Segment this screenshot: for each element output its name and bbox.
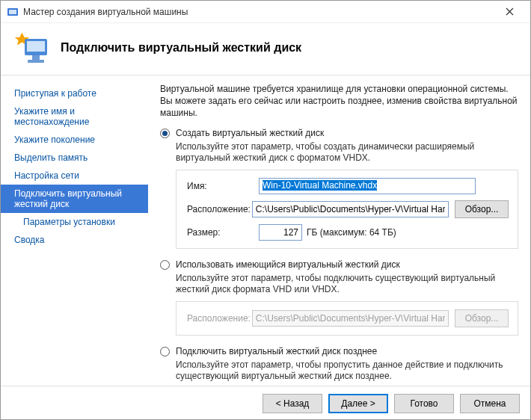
close-button[interactable] — [494, 1, 524, 22]
option-existing-desc: Используйте этот параметр, чтобы подключ… — [176, 273, 518, 295]
size-label: Размер: — [187, 227, 259, 238]
location-label: Расположение: — [187, 204, 252, 214]
intro-text: Виртуальной машине требуется хранилище д… — [160, 83, 518, 119]
existing-location-input — [252, 310, 449, 327]
back-button[interactable]: < Назад — [263, 394, 322, 413]
title-bar: Мастер создания виртуальной машины — [1, 1, 530, 23]
sidebar-item-summary[interactable]: Сводка — [1, 231, 148, 249]
finish-button[interactable]: Готово — [394, 394, 454, 413]
sidebar-item-networking[interactable]: Настройка сети — [1, 167, 148, 185]
name-input[interactable]: Win-10-Virtual Machine.vhdx — [259, 178, 476, 194]
svg-rect-5 — [32, 55, 40, 60]
wizard-content: Виртуальной машине требуется хранилище д… — [148, 75, 530, 386]
sidebar-item-memory[interactable]: Выделить память — [1, 149, 148, 167]
radio-use-existing[interactable] — [160, 260, 170, 270]
browse-button[interactable]: Обзор... — [455, 200, 509, 218]
window-title: Мастер создания виртуальной машины — [23, 7, 494, 17]
wizard-footer: < Назад Далее > Готово Отмена — [1, 386, 530, 420]
svg-rect-4 — [27, 41, 45, 52]
radio-attach-later-label: Подключить виртуальный жесткий диск позд… — [176, 346, 377, 356]
wizard-sidebar: Приступая к работе Укажите имя и местона… — [1, 75, 148, 386]
size-suffix: ГБ (максимум: 64 ТБ) — [307, 227, 396, 238]
sidebar-item-connect-vhd[interactable]: Подключить виртуальный жесткий диск — [1, 185, 148, 213]
radio-attach-later[interactable] — [160, 347, 170, 356]
radio-create-vhd[interactable] — [160, 129, 170, 138]
sidebar-item-generation[interactable]: Укажите поколение — [1, 131, 148, 149]
sidebar-item-name-location[interactable]: Укажите имя и местонахождение — [1, 102, 148, 131]
wizard-header: Подключить виртуальный жесткий диск — [1, 23, 530, 75]
existing-browse-button: Обзор... — [455, 309, 509, 327]
option-later-desc: Используйте этот параметр, чтобы пропуст… — [176, 359, 518, 382]
radio-create-vhd-label: Создать виртуальный жесткий диск — [176, 128, 324, 138]
existing-vhd-form: Расположение: Обзор... — [176, 301, 518, 336]
option-create-desc: Используйте этот параметр, чтобы создать… — [176, 141, 518, 164]
size-input[interactable] — [259, 224, 302, 241]
cancel-button[interactable]: Отмена — [460, 394, 520, 413]
create-vhd-form: Имя: Win-10-Virtual Machine.vhdx Располо… — [176, 170, 518, 249]
option-attach-later: Подключить виртуальный жесткий диск позд… — [160, 346, 518, 382]
header-icon — [13, 30, 49, 66]
name-label: Имя: — [187, 181, 259, 191]
existing-location-label: Расположение: — [187, 313, 252, 324]
svg-rect-1 — [9, 10, 16, 14]
sidebar-item-before-you-begin[interactable]: Приступая к работе — [1, 84, 148, 102]
option-create-vhd: Создать виртуальный жесткий диск Использ… — [160, 128, 518, 249]
radio-use-existing-label: Использовать имеющийся виртуальный жестк… — [176, 259, 400, 270]
svg-rect-6 — [28, 60, 44, 63]
sidebar-item-install-options[interactable]: Параметры установки — [1, 213, 148, 231]
option-use-existing: Использовать имеющийся виртуальный жестк… — [160, 259, 518, 336]
app-icon — [7, 6, 19, 18]
page-title: Подключить виртуальный жесткий диск — [61, 41, 301, 55]
location-input[interactable] — [252, 201, 449, 217]
next-button[interactable]: Далее > — [328, 394, 388, 413]
